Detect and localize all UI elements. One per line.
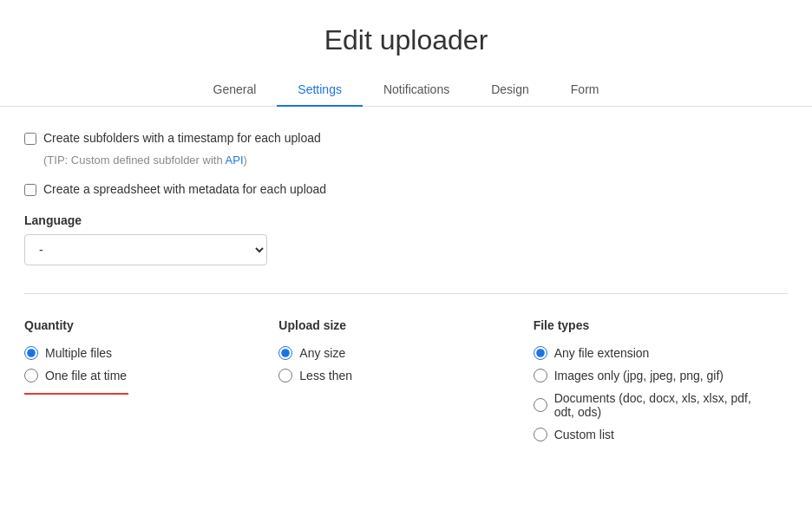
tab-form[interactable]: Form [550,74,620,107]
tab-bar: General Settings Notifications Design Fo… [0,74,812,107]
checkbox-spreadsheet-label: Create a spreadsheet with metadata for e… [43,182,326,196]
quantity-multiple-label: Multiple files [45,346,112,360]
options-grid: Quantity Multiple files One file at time… [24,318,788,441]
upload-size-options: Any size Less then [278,346,515,382]
upload-size-any-label: Any size [299,346,345,360]
file-types-title: File types [534,318,770,332]
file-type-images-radio[interactable] [534,369,547,382]
checkbox-spreadsheet[interactable] [24,184,36,196]
checkbox-subfolders-label: Create subfolders with a timestamp for e… [43,131,321,145]
tip-text: (TIP: Custom defined subfolder with API) [43,154,788,167]
language-label: Language [24,213,788,227]
file-type-documents[interactable]: Documents (doc, docx, xls, xlsx, pdf, od… [534,391,770,419]
upload-size-title: Upload size [278,318,515,332]
tab-settings[interactable]: Settings [277,74,363,107]
file-type-custom-radio[interactable] [534,428,547,441]
upload-size-any-radio[interactable] [278,346,292,360]
file-types-options: Any file extension Images only (jpg, jpe… [534,346,770,441]
file-type-images[interactable]: Images only (jpg, jpeg, png, gif) [534,369,770,382]
quantity-section: Quantity Multiple files One file at time [24,318,278,441]
tab-design[interactable]: Design [470,74,550,107]
file-types-section: File types Any file extension Images onl… [534,318,788,441]
upload-size-any[interactable]: Any size [278,346,515,360]
upload-size-less-radio[interactable] [278,369,292,382]
checkbox-subfolders[interactable] [24,133,36,145]
file-type-any[interactable]: Any file extension [534,346,770,360]
quantity-one-radio[interactable] [24,369,38,382]
section-divider [24,293,788,294]
language-select[interactable]: - [24,234,267,265]
api-link[interactable]: API [226,154,244,167]
page-title: Edit uploader [0,0,812,74]
checkbox-subfolders-row: Create subfolders with a timestamp for e… [24,131,788,145]
tab-general[interactable]: General [193,74,278,107]
quantity-multiple-radio[interactable] [24,346,38,360]
file-type-custom[interactable]: Custom list [534,428,770,441]
settings-content: Create subfolders with a timestamp for e… [7,131,805,441]
file-type-images-label: Images only (jpg, jpeg, png, gif) [554,369,724,382]
quantity-options: Multiple files One file at time [24,346,261,382]
upload-size-less-label: Less then [299,369,352,382]
file-type-documents-radio[interactable] [534,398,547,412]
quantity-one[interactable]: One file at time [24,369,261,382]
file-type-any-radio[interactable] [534,346,547,360]
quantity-title: Quantity [24,318,261,332]
checkbox-spreadsheet-row: Create a spreadsheet with metadata for e… [24,182,788,196]
red-underline [24,393,128,395]
upload-size-less[interactable]: Less then [278,369,515,382]
file-type-any-label: Any file extension [554,346,650,360]
upload-size-section: Upload size Any size Less then [278,318,533,441]
quantity-multiple[interactable]: Multiple files [24,346,261,360]
quantity-one-label: One file at time [45,369,127,382]
file-type-custom-label: Custom list [554,428,614,441]
file-type-documents-label: Documents (doc, docx, xls, xlsx, pdf, od… [554,391,770,419]
tab-notifications[interactable]: Notifications [363,74,470,107]
